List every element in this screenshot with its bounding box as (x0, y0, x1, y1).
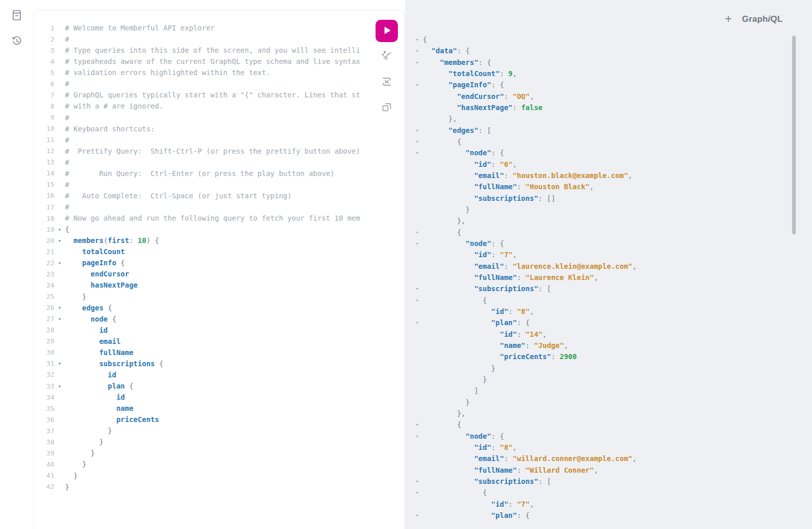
fold-toggle-icon[interactable]: ▾ (412, 139, 423, 144)
token-key: "totalCount" (449, 69, 500, 78)
editor-line[interactable]: 12# Prettify Query: Shift-Ctrl-P (or pre… (34, 146, 404, 157)
line-number: 8 (34, 102, 54, 110)
token-comment: # GraphQL queries typically start with a… (65, 91, 360, 99)
graphiql-logo[interactable]: GraphiQL (742, 14, 783, 24)
token-key: "name" (500, 341, 526, 349)
editor-line[interactable]: 22▾ pageInfo { (34, 257, 404, 268)
editor-line[interactable]: 31▾ subscriptions { (34, 358, 404, 369)
editor-line[interactable]: 9# (34, 112, 404, 123)
editor-line[interactable]: 37 } (34, 425, 404, 436)
editor-line[interactable]: 25 } (34, 291, 404, 302)
response-line: ▾ "node": { (405, 238, 792, 249)
editor-line[interactable]: 30 fullName (34, 347, 404, 358)
fold-toggle-icon[interactable]: ▾ (412, 241, 423, 246)
fold-toggle-icon[interactable]: ▾ (412, 490, 423, 495)
editor-line[interactable]: 41 } (34, 470, 404, 481)
fold-toggle-icon[interactable]: ▾ (54, 361, 65, 366)
editor-line[interactable]: 15# (34, 179, 404, 190)
editor-line[interactable]: 10# Keyboard shortcuts: (34, 123, 404, 134)
fold-toggle-icon[interactable]: ▾ (412, 320, 423, 325)
fold-toggle-icon[interactable]: ▾ (412, 513, 423, 518)
editor-line[interactable]: 21 totalCount (34, 246, 404, 257)
editor-line[interactable]: 8# with a # are ignored. (34, 100, 404, 112)
response-line: ▾ { (405, 487, 792, 498)
prettify-button[interactable] (380, 50, 393, 63)
editor-line[interactable]: 20▾ members(first: 10) { (34, 235, 404, 246)
fold-toggle-icon[interactable]: ▾ (412, 422, 423, 427)
code-text: "name": "Judge", (423, 341, 568, 349)
editor-line[interactable]: 29 email (34, 336, 404, 347)
editor-line[interactable]: 32 id (34, 369, 404, 380)
editor-line[interactable]: 4# typeaheads aware of the current Graph… (34, 56, 404, 67)
editor-line[interactable]: 27▾ node { (34, 313, 404, 325)
fold-toggle-icon[interactable]: ▾ (54, 260, 65, 266)
fold-toggle-icon[interactable]: ▾ (412, 479, 423, 484)
fold-toggle-icon[interactable]: ▾ (54, 316, 65, 322)
fold-toggle-icon[interactable]: ▾ (412, 150, 423, 155)
editor-line[interactable]: 28 id (34, 325, 404, 336)
token-punctuation: : (517, 273, 525, 281)
editor-line[interactable]: 23 endCursor (34, 268, 404, 279)
editor-line[interactable]: 11# (34, 134, 404, 146)
editor-line[interactable]: 36 priceCents (34, 414, 404, 425)
docs-button[interactable] (9, 8, 24, 23)
response-line: } (405, 374, 792, 385)
token-key: "subscriptions" (474, 194, 538, 202)
line-number: 33 (34, 382, 54, 390)
editor-line[interactable]: 1# Welcome to Memberful API explorer (34, 22, 404, 33)
editor-line[interactable]: 40 } (34, 459, 404, 470)
fold-toggle-icon[interactable]: ▾ (412, 82, 423, 87)
response-line: "id": "8", (405, 442, 792, 453)
response-scrollbar-thumb[interactable] (792, 36, 796, 234)
fold-toggle-icon[interactable]: ▾ (412, 434, 423, 439)
fold-toggle-icon[interactable]: ▾ (412, 128, 423, 133)
token-key: "id" (474, 160, 491, 168)
execute-query-button[interactable] (376, 20, 398, 42)
token-punctuation: : (500, 69, 509, 78)
merge-fragments-button[interactable] (380, 76, 393, 89)
fold-toggle-icon[interactable]: ▾ (54, 238, 65, 243)
editor-line[interactable]: 13# (34, 157, 404, 168)
sidebar (0, 0, 33, 529)
editor-line[interactable]: 35 name (34, 403, 404, 414)
fold-toggle-icon[interactable]: ▾ (412, 230, 423, 235)
copy-query-button[interactable] (380, 101, 393, 114)
code-text: } (65, 472, 78, 480)
editor-line[interactable]: 18# Now go ahead and run the following q… (34, 213, 404, 224)
editor-line[interactable]: 5# validation errors highlighted within … (34, 67, 404, 78)
editor-line[interactable]: 3# Type queries into this side of the sc… (34, 45, 404, 56)
editor-line[interactable]: 42} (34, 481, 404, 492)
history-button[interactable] (9, 33, 24, 49)
editor-line[interactable]: 26▾ edges { (34, 302, 404, 313)
token-field: fullName (99, 348, 133, 357)
token-whitespace (65, 404, 116, 412)
token-punctuation: : (504, 171, 513, 180)
fold-toggle-icon[interactable]: ▾ (54, 383, 65, 389)
editor-line[interactable]: 6# (34, 78, 404, 89)
editor-line[interactable]: 14# Run Query: Ctrl-Enter (or press the … (34, 168, 404, 179)
editor-line[interactable]: 7# GraphQL queries typically start with … (34, 89, 404, 100)
fold-toggle-icon[interactable]: ▾ (412, 298, 423, 303)
add-tab-button[interactable]: + (725, 13, 732, 25)
editor-line[interactable]: 39 } (34, 447, 404, 459)
editor-line[interactable]: 24 hasNextPage (34, 279, 404, 291)
fold-toggle-icon[interactable]: ▾ (412, 37, 423, 42)
editor-line[interactable]: 38 } (34, 436, 404, 447)
editor-line[interactable]: 33▾ plan { (34, 380, 404, 392)
token-string: "7" (500, 251, 513, 259)
editor-line[interactable]: 19▾{ (34, 224, 404, 235)
query-editor[interactable]: 1# Welcome to Memberful API explorer2#3#… (34, 22, 404, 492)
line-number: 22 (34, 259, 54, 267)
code-text: "fullName": "Houston Black", (423, 183, 594, 191)
token-punctuation: : (525, 341, 534, 349)
token-punctuation: : (129, 236, 138, 244)
fold-toggle-icon[interactable]: ▾ (54, 305, 65, 310)
fold-toggle-icon[interactable]: ▾ (54, 227, 65, 232)
fold-toggle-icon[interactable]: ▾ (412, 48, 423, 53)
editor-line[interactable]: 16# Auto Complete: Ctrl-Space (or just s… (34, 190, 404, 201)
editor-line[interactable]: 34 id (34, 392, 404, 403)
fold-toggle-icon[interactable]: ▾ (412, 286, 423, 291)
fold-toggle-icon[interactable]: ▾ (412, 60, 423, 65)
editor-line[interactable]: 17# (34, 201, 404, 213)
editor-line[interactable]: 2# (34, 33, 404, 45)
